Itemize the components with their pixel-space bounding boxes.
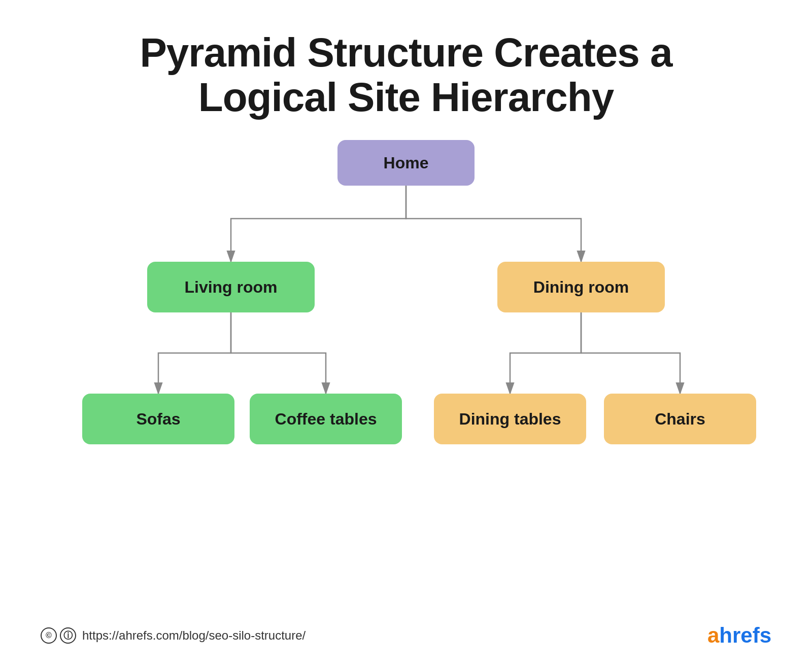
ahrefs-logo-hrefs: hrefs xyxy=(719,623,771,647)
footer-icons: © ⓘ xyxy=(41,627,76,644)
node-dining-tables: Dining tables xyxy=(434,394,586,444)
page-title: Pyramid Structure Creates a Logical Site… xyxy=(101,30,710,120)
ahrefs-logo-a: a xyxy=(707,623,719,647)
page-container: Pyramid Structure Creates a Logical Site… xyxy=(0,0,812,668)
footer-url: https://ahrefs.com/blog/seo-silo-structu… xyxy=(82,628,306,643)
cc-icon: © xyxy=(41,627,57,644)
node-living-room-label: Living room xyxy=(184,278,277,297)
node-chairs: Chairs xyxy=(604,394,756,444)
footer-left: © ⓘ https://ahrefs.com/blog/seo-silo-str… xyxy=(41,627,306,644)
node-dining-room-label: Dining room xyxy=(533,278,629,297)
node-coffee-tables-label: Coffee tables xyxy=(275,410,377,429)
node-sofas-label: Sofas xyxy=(136,410,180,429)
node-coffee-tables: Coffee tables xyxy=(250,394,402,444)
node-dining-tables-label: Dining tables xyxy=(459,410,561,429)
footer: © ⓘ https://ahrefs.com/blog/seo-silo-str… xyxy=(0,623,812,648)
node-chairs-label: Chairs xyxy=(655,410,705,429)
node-dining-room: Dining room xyxy=(497,262,665,312)
info-icon: ⓘ xyxy=(60,627,76,644)
node-sofas: Sofas xyxy=(82,394,234,444)
ahrefs-logo: ahrefs xyxy=(707,623,771,648)
diagram: Home Living room Dining room Sofas Coffe… xyxy=(51,140,761,668)
node-living-room: Living room xyxy=(147,262,315,312)
node-home: Home xyxy=(337,140,475,186)
node-home-label: Home xyxy=(384,154,429,172)
